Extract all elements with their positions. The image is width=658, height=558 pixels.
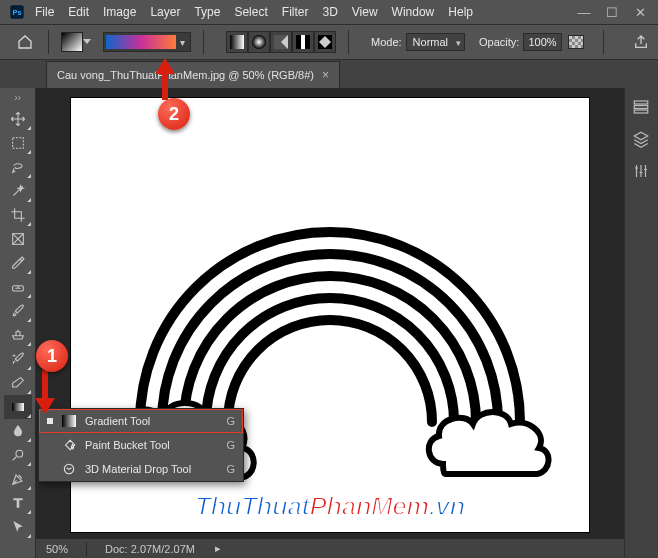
linear-gradient-button[interactable] [226, 31, 248, 53]
watermark-text: ThuThuatPhanMem.vn [195, 491, 465, 522]
divider [603, 30, 604, 54]
diamond-gradient-button[interactable] [314, 31, 336, 53]
mode-dropdown[interactable]: Normal ▾ [406, 33, 465, 51]
path-selection-tool[interactable] [4, 515, 32, 539]
photoshop-window: Ps File Edit Image Layer Type Select Fil… [0, 0, 658, 558]
history-brush-tool[interactable] [4, 347, 32, 371]
menu-filter[interactable]: Filter [275, 5, 316, 19]
brush-tool[interactable] [4, 299, 32, 323]
gradient-preset-picker[interactable] [61, 32, 83, 52]
maximize-button[interactable]: ☐ [600, 3, 624, 21]
chevron-down-icon: ▾ [456, 38, 461, 48]
clone-stamp-tool[interactable] [4, 323, 32, 347]
flyout-shortcut: G [226, 463, 235, 475]
options-bar: ▾ Mode: Normal ▾ Opacity: 100% [0, 24, 658, 60]
minimize-button[interactable]: — [572, 3, 596, 21]
gradient-icon [61, 413, 77, 429]
tab-title: Cau vong_ThuThuatPhanMem.jpg @ 50% (RGB/… [57, 69, 314, 81]
magic-wand-tool[interactable] [4, 179, 32, 203]
svg-rect-16 [62, 415, 76, 427]
toolbar-grip[interactable]: ›› [11, 92, 25, 103]
divider [86, 542, 87, 556]
crop-tool[interactable] [4, 203, 32, 227]
blend-mode-group: Mode: Normal ▾ [371, 33, 465, 51]
flyout-shortcut: G [226, 415, 235, 427]
cloud-right [417, 398, 567, 488]
chevron-down-icon: ▾ [176, 37, 188, 48]
status-menu-arrow[interactable]: ▸ [215, 542, 221, 555]
menu-view[interactable]: View [345, 5, 385, 19]
menu-layer[interactable]: Layer [143, 5, 187, 19]
gradient-type-group [226, 31, 336, 53]
svg-point-12 [16, 450, 23, 457]
svg-rect-6 [301, 35, 305, 49]
menu-window[interactable]: Window [385, 5, 442, 19]
doc-size[interactable]: Doc: 2.07M/2.07M [105, 543, 195, 555]
home-icon[interactable] [14, 31, 36, 53]
document-tab[interactable]: Cau vong_ThuThuatPhanMem.jpg @ 50% (RGB/… [46, 61, 340, 88]
divider [203, 30, 204, 54]
svg-rect-8 [12, 138, 23, 149]
svg-rect-11 [12, 403, 24, 411]
opacity-group: Opacity: 100% [479, 33, 584, 51]
app-logo-icon: Ps [6, 1, 28, 23]
properties-panel-icon[interactable] [632, 98, 652, 116]
menu-image[interactable]: Image [96, 5, 143, 19]
flyout-item-label: Paint Bucket Tool [85, 439, 170, 451]
frame-tool[interactable] [4, 227, 32, 251]
menu-file[interactable]: File [28, 5, 61, 19]
healing-brush-tool[interactable] [4, 275, 32, 299]
eraser-tool[interactable] [4, 371, 32, 395]
svg-rect-13 [634, 101, 648, 104]
window-controls: — ☐ ✕ [572, 3, 658, 21]
type-tool[interactable] [4, 491, 32, 515]
svg-rect-14 [634, 106, 648, 109]
annotation-badge-1: 1 [36, 340, 68, 372]
mode-value: Normal [413, 36, 448, 48]
tool-flyout-menu: Gradient Tool G Paint Bucket Tool G 3D M… [38, 408, 244, 482]
svg-point-3 [252, 35, 266, 49]
menu-3d[interactable]: 3D [315, 5, 344, 19]
opacity-label: Opacity: [479, 36, 519, 48]
flyout-3d-material-tool[interactable]: 3D Material Drop Tool G [39, 457, 243, 481]
blur-tool[interactable] [4, 419, 32, 443]
material-drop-icon [61, 461, 77, 477]
menu-edit[interactable]: Edit [61, 5, 96, 19]
workspace: ›› [0, 88, 658, 558]
lasso-tool[interactable] [4, 155, 32, 179]
tools-panel: ›› [0, 88, 36, 558]
menu-type[interactable]: Type [187, 5, 227, 19]
divider [348, 30, 349, 54]
marquee-tool[interactable] [4, 131, 32, 155]
mode-label: Mode: [371, 36, 402, 48]
document-tab-bar: Cau vong_ThuThuatPhanMem.jpg @ 50% (RGB/… [0, 60, 658, 88]
menu-select[interactable]: Select [227, 5, 274, 19]
share-icon[interactable] [630, 34, 652, 50]
opacity-value: 100% [528, 36, 556, 48]
layers-panel-icon[interactable] [632, 130, 652, 148]
annotation-arrow-1 [30, 368, 60, 416]
flyout-gradient-tool[interactable]: Gradient Tool G [39, 409, 243, 433]
eyedropper-tool[interactable] [4, 251, 32, 275]
close-button[interactable]: ✕ [628, 3, 652, 21]
tab-close-button[interactable]: × [322, 68, 329, 82]
radial-gradient-button[interactable] [248, 31, 270, 53]
svg-rect-15 [634, 110, 648, 113]
menu-help[interactable]: Help [441, 5, 480, 19]
angle-gradient-button[interactable] [270, 31, 292, 53]
reflected-gradient-button[interactable] [292, 31, 314, 53]
opacity-input[interactable]: 100% [523, 33, 561, 51]
svg-rect-2 [230, 35, 244, 49]
pen-tool[interactable] [4, 467, 32, 491]
transparency-checkbox[interactable] [568, 35, 584, 49]
right-panel-dock [624, 88, 658, 558]
zoom-level[interactable]: 50% [46, 543, 68, 555]
adjustments-panel-icon[interactable] [632, 162, 652, 180]
gradient-tool[interactable] [4, 395, 32, 419]
annotation-badge-2: 2 [158, 98, 190, 130]
flyout-item-label: Gradient Tool [85, 415, 150, 427]
dodge-tool[interactable] [4, 443, 32, 467]
move-tool[interactable] [4, 107, 32, 131]
flyout-paint-bucket-tool[interactable]: Paint Bucket Tool G [39, 433, 243, 457]
gradient-editor[interactable]: ▾ [103, 32, 191, 52]
